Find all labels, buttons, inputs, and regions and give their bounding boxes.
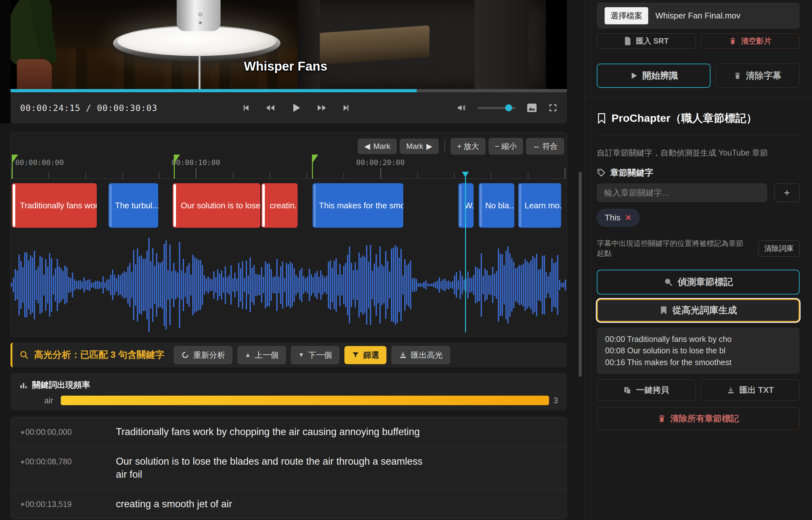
waveform-bar (263, 277, 264, 293)
rewind-icon (265, 104, 275, 112)
subtitle-row[interactable]: ●00:00:13,519 creating a smooth jet of a… (11, 490, 567, 519)
waveform-bar (276, 259, 277, 311)
ruler-label-0: 00:00:00:00 (15, 158, 64, 167)
waveform-bar (561, 283, 562, 287)
subtitle-row[interactable]: ●00:00:00,000 Traditionally fans work by… (11, 417, 567, 447)
start-recognition-button[interactable]: 開始辨識 (597, 63, 711, 88)
volume-thumb[interactable] (505, 104, 512, 111)
rewind-button[interactable] (265, 104, 275, 112)
generate-from-highlights-button[interactable]: 從高光詞庫生成 (597, 299, 799, 322)
ruler-tick (417, 173, 418, 178)
ruler-label-20: 00:00:20:00 (356, 158, 404, 167)
waveform-bar (288, 264, 289, 306)
keyword-chip[interactable]: This ✕ (597, 209, 639, 227)
waveform-bar (311, 274, 312, 295)
skip-end-button[interactable] (342, 104, 350, 112)
clear-dictionary-button[interactable]: 清除詞庫 (758, 240, 799, 257)
waveform-bar (559, 280, 560, 290)
next-highlight-button[interactable]: ▼ 下一個 (291, 346, 339, 364)
bullet-icon: ● (20, 500, 25, 508)
waveform-bar (345, 263, 346, 307)
play-icon (630, 72, 638, 80)
snapshot-button[interactable] (527, 103, 537, 112)
choose-file-button[interactable]: 選擇檔案 (605, 7, 648, 25)
subtitle-block[interactable]: This makes for the smo... (313, 183, 403, 228)
remove-chip-icon[interactable]: ✕ (625, 213, 632, 222)
video-frame[interactable]: Whisper Fans (10, 0, 567, 89)
clear-subtitles-button[interactable]: 清除字幕 (716, 63, 799, 88)
zoom-in-button[interactable]: + 放大 (451, 138, 486, 155)
export-highlight-button[interactable]: 匯出高光 (392, 346, 450, 364)
plant-pot (17, 59, 52, 89)
keyword-hint: 字幕中出現這些關鍵字的位置將被標記為章節起點 (597, 238, 743, 258)
playhead[interactable] (465, 177, 466, 332)
waveform-bar (207, 277, 209, 293)
mark-next-button[interactable]: Mark ▶ (400, 139, 439, 154)
waveform-bar (230, 265, 232, 305)
waveform-bar (164, 244, 165, 326)
waveform-bar (326, 276, 327, 294)
waveform-bar (563, 283, 564, 287)
skip-start-button[interactable] (242, 104, 250, 112)
waveform-bar (55, 268, 56, 302)
seek-bar[interactable] (10, 89, 567, 92)
waveform-bar (383, 266, 385, 304)
subtitle-list: ●00:00:00,000 Traditionally fans work by… (10, 417, 567, 519)
waveform-bar (324, 278, 325, 292)
scrollbar-thumb[interactable] (579, 172, 582, 377)
waveform-bar (11, 283, 12, 287)
waveform-bar (479, 269, 480, 301)
fullscreen-button[interactable] (548, 103, 557, 112)
selected-filename: Whisper Fan Final.mov (656, 11, 740, 21)
ruler-tick (343, 173, 344, 178)
volume-button[interactable] (457, 103, 466, 112)
bullet-icon: ● (20, 458, 25, 466)
subtitle-block[interactable]: The turbul... (108, 183, 158, 228)
subtitle-block[interactable]: No bla... (479, 183, 514, 228)
copy-all-button[interactable]: 一鍵拷貝 (597, 380, 696, 401)
zoom-out-button[interactable]: − 縮小 (489, 138, 523, 155)
subtitle-block[interactable]: Traditionally fans wor... (12, 183, 97, 228)
waveform-bar (221, 270, 222, 300)
document-icon (624, 37, 632, 45)
highlight-status: 高光分析：已匹配 3 句含關鍵字 (34, 348, 164, 361)
subtitle-block[interactable]: Our solution is to lose... (173, 183, 261, 228)
waveform-bar (227, 277, 228, 293)
refresh-icon (181, 351, 189, 359)
fast-forward-button[interactable] (317, 104, 327, 112)
subtitle-row[interactable]: ●00:00:08,780 Our solution is to lose th… (11, 447, 567, 490)
waveform-bar (79, 280, 81, 290)
keyword-input[interactable] (597, 183, 767, 202)
waveform-bar (28, 260, 29, 310)
waveform-bar (395, 245, 396, 324)
reanalyze-label: 重新分析 (193, 350, 225, 360)
fit-button[interactable]: ⇔ 符合 (526, 138, 564, 155)
subtitle-block[interactable]: creatin... (261, 183, 297, 228)
volume-slider[interactable] (478, 107, 515, 109)
subtitle-text: Our solution is to lose the blades and r… (116, 455, 428, 481)
add-keyword-button[interactable]: + (774, 183, 799, 202)
import-srt-button[interactable]: 匯入 SRT (597, 33, 696, 49)
mark-prev-button[interactable]: ◀ Mark (358, 139, 397, 154)
audio-waveform[interactable] (11, 237, 567, 333)
clear-all-chapters-button[interactable]: 清除所有章節標記 (597, 408, 799, 430)
subtitle-block[interactable]: Learn mo... (518, 183, 561, 228)
waveform-bar (228, 275, 230, 294)
prev-highlight-button[interactable]: ▲ 上一個 (238, 346, 286, 364)
waveform-bar (154, 266, 155, 304)
detect-chapters-button[interactable]: 偵測章節標記 (597, 270, 799, 294)
waveform-bar (129, 263, 130, 307)
ruler-baseline (11, 178, 567, 179)
ruler[interactable] (11, 168, 567, 178)
waveform-bar (481, 253, 482, 317)
video-subtitle-overlay: Whisper Fans (244, 59, 327, 74)
clear-video-button[interactable]: 清空影片 (701, 33, 800, 49)
play-button[interactable] (291, 102, 301, 113)
waveform-bar (238, 263, 239, 308)
waveform-bar (282, 261, 283, 309)
keyword-label: air (19, 396, 61, 405)
up-triangle-icon: ▲ (245, 352, 251, 359)
export-txt-button[interactable]: 匯出 TXT (701, 380, 800, 401)
reanalyze-button[interactable]: 重新分析 (174, 346, 232, 364)
filter-button[interactable]: 篩選 (344, 346, 387, 364)
